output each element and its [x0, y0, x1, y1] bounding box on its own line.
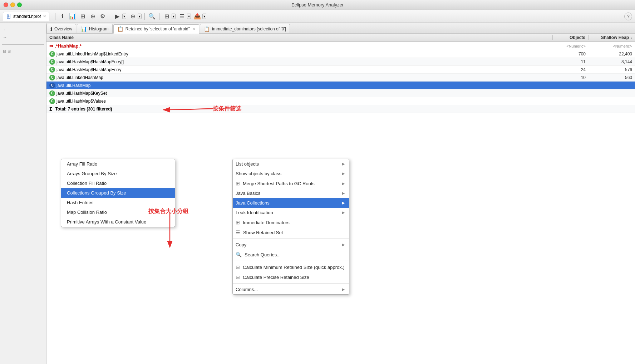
file-tab[interactable]: 🗄 standard.hprof ✕: [3, 12, 49, 21]
menu-merge-paths[interactable]: ⊞ Merge Shortest Paths to GC Roots ▶: [233, 178, 349, 188]
window-title: Eclipse Memory Analyzer: [291, 2, 344, 8]
menu-leak-identification[interactable]: Leak Identification ▶: [233, 208, 349, 217]
submenu-collection-fill-ratio[interactable]: Collection Fill Ratio: [61, 178, 175, 188]
menu-search-queries[interactable]: 🔍 Search Queries...: [233, 250, 349, 260]
db-icon: 🗄: [6, 14, 11, 19]
submenu-collections-grouped-by-size[interactable]: Collections Grouped By Size: [61, 188, 175, 198]
submenu-hash-entries[interactable]: Hash Entries: [61, 198, 175, 207]
submenu-primitive-arrays[interactable]: Primitive Arrays With a Constant Value: [61, 217, 175, 227]
tab-close-icon[interactable]: ✕: [43, 14, 46, 19]
cell-objects-hashmap: <Numeric>: [553, 44, 589, 48]
list-objects-label: List objects: [236, 161, 259, 167]
tab-overview[interactable]: ℹ Overview: [46, 24, 76, 33]
left-panel: ← → ⊟ ⊞: [0, 23, 46, 364]
cell-class-hmentry-arr: C java.util.HashMap$HashMapEntry[]: [46, 59, 553, 65]
dominator-toolbar-icon[interactable]: ⊞: [78, 12, 87, 21]
histogram-toolbar-icon[interactable]: 📊: [68, 12, 77, 21]
group-toolbar-icon[interactable]: ⊕: [128, 12, 137, 21]
array-fill-ratio-label: Array Fill Ratio: [67, 161, 97, 167]
toolbar-group-4: ☰ ▾: [178, 12, 191, 21]
calc-min-label: Calculate Minimum Retained Size (quick a…: [243, 265, 345, 270]
cell-shallow-row2: 22,400: [589, 51, 635, 56]
menu-java-basics[interactable]: Java Basics ▶: [233, 188, 349, 198]
minimize-button[interactable]: [10, 3, 15, 7]
class-c-icon: C: [49, 51, 55, 57]
col-shallow-heap[interactable]: Shallow Heap ↓: [589, 35, 635, 40]
columns-toolbar-icon[interactable]: ☰: [178, 12, 186, 21]
retained-tab-close[interactable]: ✕: [192, 27, 195, 31]
export-dropdown[interactable]: ▾: [202, 14, 206, 19]
menu-copy[interactable]: Copy ▶: [233, 240, 349, 250]
table-row[interactable]: C java.util.HashMap$Values: [46, 97, 635, 105]
collapse-controls[interactable]: ⊟ ⊞: [0, 48, 46, 55]
columns-dropdown[interactable]: ▾: [187, 14, 191, 19]
menu-show-retained-set[interactable]: ☰ Show Retained Set: [233, 227, 349, 237]
table-row[interactable]: C java.util.HashMap$HashMapEntry[] 11 8,…: [46, 58, 635, 66]
cell-classname-values: java.util.HashMap$Values: [56, 99, 106, 104]
col-objects[interactable]: Objects: [553, 35, 589, 40]
java-basics-label: Java Basics: [236, 191, 260, 196]
info-toolbar-icon[interactable]: ℹ: [58, 12, 67, 21]
cell-objects-row2: 700: [553, 51, 589, 56]
cell-shallow-row3: 8,144: [589, 59, 635, 64]
tab-filename: standard.hprof: [13, 14, 41, 19]
search-toolbar-icon[interactable]: 🔍: [148, 12, 156, 21]
menu-calc-precise-retained[interactable]: ⊟ Calculate Precise Retained Size: [233, 272, 349, 282]
tab-histogram[interactable]: 📊 Histogram: [77, 24, 113, 33]
window-controls[interactable]: [4, 3, 22, 7]
class-c-icon-4: C: [49, 75, 55, 80]
sql-toolbar-icon[interactable]: ⊕: [88, 12, 97, 21]
toolbar-group-5: 📤 ▾: [193, 12, 206, 21]
sigma-icon: Σ: [49, 106, 52, 112]
back-icon: ←: [3, 27, 7, 32]
calc-precise-icon: ⊟: [236, 274, 240, 280]
help-icon[interactable]: ?: [624, 13, 632, 20]
submenu-arrays-grouped-by-size[interactable]: Arrays Grouped By Size: [61, 169, 175, 178]
java-collections-arrow: ▶: [342, 201, 345, 205]
cell-classname-hmentry: java.util.HashMap$HashMapEntry: [56, 67, 121, 72]
col-class-name-label: Class Name: [49, 35, 74, 40]
retained-set-icon: ☰: [236, 230, 240, 235]
maximize-button[interactable]: [17, 3, 22, 7]
table-row-total: Σ Total: 7 entries (301 filtered): [46, 105, 635, 113]
table-row-selected[interactable]: C java.util.HashMap: [46, 82, 635, 89]
menu-show-objects-by-class[interactable]: Show objects by class ▶: [233, 169, 349, 178]
tab-retained[interactable]: 📋 Retained by 'selection of 'android'' ✕: [113, 24, 200, 34]
list-objects-arrow: ▶: [342, 162, 345, 166]
table-row[interactable]: C java.util.LinkedHashMap$LinkedEntry 70…: [46, 50, 635, 58]
back-nav[interactable]: ←: [0, 26, 46, 34]
export-toolbar-icon[interactable]: 📤: [193, 12, 202, 21]
table-row[interactable]: ⇒ .*HashMap.* <Numeric> <Numeric>: [46, 42, 635, 50]
menu-calc-min-retained[interactable]: ⊟ Calculate Minimum Retained Size (quick…: [233, 262, 349, 272]
tab-immediate-dominators[interactable]: 📋 immediate_dominators [selection of '0'…: [200, 24, 290, 33]
close-button[interactable]: [4, 3, 8, 7]
menu-sep-3: [233, 283, 349, 284]
submenu-array-fill-ratio[interactable]: Array Fill Ratio: [61, 159, 175, 169]
title-bar: Eclipse Memory Analyzer: [0, 0, 635, 10]
table-row[interactable]: C java.util.HashMap$HashMapEntry 24 576: [46, 66, 635, 74]
calc-min-icon: ⊟: [236, 264, 240, 270]
run-toolbar-icon[interactable]: ▶: [113, 12, 122, 21]
settings-toolbar-icon[interactable]: ⚙: [98, 12, 107, 21]
merge-paths-arrow: ▶: [342, 181, 345, 186]
table-row[interactable]: C java.util.HashMap$KeySet: [46, 89, 635, 97]
hashmap-prefix-icon: ⇒: [49, 43, 53, 49]
context-menu-panel: List objects ▶ Show objects by class ▶: [232, 159, 349, 295]
cell-classname-keyset: java.util.HashMap$KeySet: [56, 91, 107, 96]
menu-list-objects[interactable]: List objects ▶: [233, 159, 349, 169]
group-dropdown[interactable]: ▾: [138, 14, 142, 19]
layout-dropdown[interactable]: ▾: [172, 14, 176, 19]
tab-histogram-label: Histogram: [89, 26, 109, 31]
layout-toolbar-icon[interactable]: ⊞: [162, 12, 171, 21]
run-dropdown[interactable]: ▾: [122, 14, 126, 19]
menu-immediate-dominators[interactable]: ⊞ Immediate Dominators: [233, 217, 349, 227]
class-c-icon-6: C: [49, 98, 55, 104]
table-row[interactable]: C java.util.LinkedHashMap 10 560: [46, 74, 635, 82]
submenu-map-collision-ratio[interactable]: Map Collision Ratio: [61, 207, 175, 217]
menu-columns[interactable]: Columns... ▶: [233, 285, 349, 294]
menu-java-collections[interactable]: Java Collections ▶: [233, 198, 349, 208]
col-class-name[interactable]: Class Name: [46, 35, 553, 40]
forward-nav[interactable]: →: [0, 34, 46, 41]
calc-precise-label: Calculate Precise Retained Size: [243, 275, 309, 280]
cell-classname-linkedhashmap: java.util.LinkedHashMap: [56, 75, 103, 80]
